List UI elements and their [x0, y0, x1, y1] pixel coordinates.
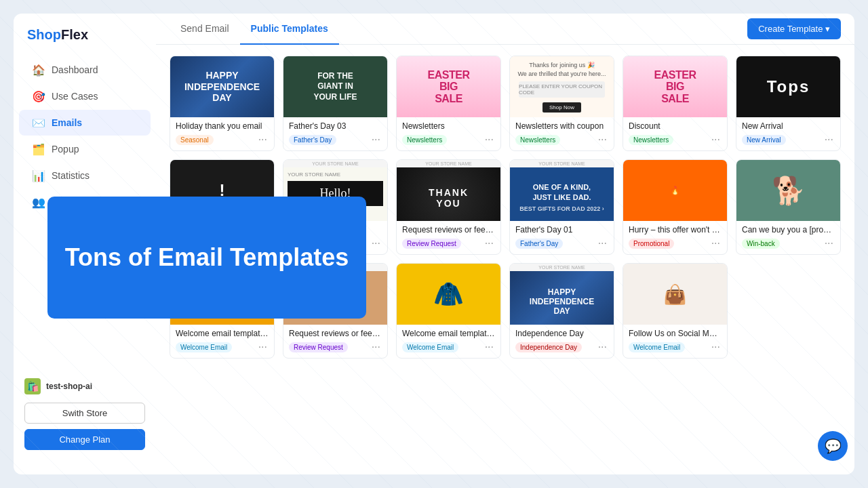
template-thumb: EASTERBIGSALE	[397, 56, 500, 117]
sidebar-item-popup[interactable]: 🗂️Popup	[19, 136, 151, 162]
sidebar-item-emails[interactable]: ✉️Emails	[19, 110, 151, 136]
avatar: 🛍️	[24, 378, 41, 394]
template-thumb: YOUR STORE NAME THANKYOU	[397, 160, 500, 221]
statistics-icon: 📊	[33, 169, 45, 182]
template-tag[interactable]: Welcome Email	[402, 342, 458, 352]
template-tag[interactable]: Independence Day	[515, 342, 582, 352]
more-options-button[interactable]: ···	[710, 342, 722, 352]
template-footer: Newsletters ···	[515, 134, 608, 145]
template-name: Follow Us on Social Media	[629, 329, 722, 338]
template-tag[interactable]: Review Request	[402, 239, 461, 249]
more-options-button[interactable]: ···	[484, 342, 495, 352]
template-footer: Father's Day ···	[289, 134, 382, 145]
template-info: Newsletters Newsletters ···	[397, 117, 500, 150]
template-card-9[interactable]: YOUR STORE NAME THANKYOU Request reviews…	[396, 159, 501, 255]
template-info: Request reviews or feedback1 Review Requ…	[397, 221, 500, 254]
template-card-5[interactable]: EASTERBIGSALE Discount Newsletters ···	[623, 56, 728, 151]
sidebar-item-label: Dashboard	[52, 64, 98, 75]
template-tag[interactable]: Welcome Email	[629, 342, 685, 352]
chat-widget[interactable]: 💬	[818, 431, 848, 461]
template-info: Hurry – this offer won't last f... Promo…	[623, 221, 727, 254]
template-info: Father's Day 03 Father's Day ···	[283, 117, 387, 150]
more-options-button[interactable]: ···	[710, 238, 722, 249]
template-name: Father's Day 01	[515, 225, 608, 235]
more-options-button[interactable]: ···	[823, 134, 835, 145]
template-tag[interactable]: Newsletters	[402, 135, 447, 145]
overlay-text: Tons of Email Templates	[65, 243, 349, 272]
template-thumb: YOUR STORE NAME HappyIndependenceDay	[510, 264, 614, 325]
sidebar-item-statistics[interactable]: 📊Statistics	[19, 163, 151, 188]
template-tag[interactable]: Welcome Email	[176, 342, 232, 352]
template-tag[interactable]: Review Request	[289, 342, 348, 352]
template-tag[interactable]: Newsletters	[515, 135, 560, 145]
emails-icon: ✉️	[33, 117, 45, 129]
more-options-button[interactable]: ···	[370, 134, 382, 145]
template-footer: Seasonal ···	[176, 134, 269, 145]
template-footer: Review Request ···	[289, 342, 382, 352]
template-card-15[interactable]: 🧥 Welcome email template 1 Welcome Email…	[396, 263, 501, 359]
user-name: test-shop-ai	[46, 382, 92, 391]
template-card-12[interactable]: 🐕 Can we buy you a [product y... Win-bac…	[736, 159, 841, 255]
tab-send-email[interactable]: Send Email	[170, 14, 240, 45]
template-thumb: 🧥	[397, 264, 500, 325]
logo: ShopFlex	[14, 27, 156, 56]
template-info: Independence Day Independence Day ···	[510, 325, 614, 358]
template-card-6[interactable]: Tops New Arrival New Arrival ···	[736, 56, 841, 151]
template-card-1[interactable]: HappyIndependenceDay Holiday thank you e…	[170, 56, 275, 151]
template-info: Follow Us on Social Media Welcome Email …	[623, 325, 727, 358]
more-options-button[interactable]: ···	[257, 134, 269, 145]
template-thumb: Tops	[736, 56, 840, 117]
more-options-button[interactable]: ···	[370, 342, 382, 352]
change-plan-button[interactable]: Change Plan	[24, 429, 145, 450]
sidebar-item-label: Statistics	[52, 170, 90, 181]
template-info: Welcome email template 1 Welcome Email ·…	[397, 325, 500, 358]
template-name: Newsletters	[402, 121, 495, 131]
sidebar-item-usecases[interactable]: 🎯Use Cases	[19, 83, 151, 109]
more-options-button[interactable]: ···	[257, 342, 269, 352]
tab-public-templates[interactable]: Public Templates	[240, 14, 339, 45]
template-card-17[interactable]: 👜 Follow Us on Social Media Welcome Emai…	[623, 263, 728, 359]
template-name: Holiday thank you email	[176, 121, 269, 131]
more-options-button[interactable]: ···	[710, 134, 722, 145]
template-tag[interactable]: Promotional	[629, 239, 674, 249]
template-card-16[interactable]: YOUR STORE NAME HappyIndependenceDay Ind…	[509, 263, 614, 359]
template-tag[interactable]: New Arrival	[742, 135, 786, 145]
logo-part1: Shop	[27, 27, 61, 42]
template-thumb: YOUR STORE NAME ONE OF A KIND,JUST LIKE …	[510, 160, 614, 221]
template-card-4[interactable]: Thanks for joining us 🎉We are thrilled t…	[509, 56, 614, 151]
template-tag[interactable]: Father's Day	[515, 239, 563, 249]
sidebar-item-label: Popup	[52, 144, 79, 155]
template-tag[interactable]: Father's Day	[289, 135, 336, 145]
template-footer: Welcome Email ···	[402, 342, 495, 352]
template-card-10[interactable]: YOUR STORE NAME ONE OF A KIND,JUST LIKE …	[509, 159, 614, 255]
template-footer: Win-back ···	[742, 238, 835, 249]
switch-store-button[interactable]: Swith Store	[24, 403, 145, 424]
template-info: Newsletters with coupon Newsletters ···	[510, 117, 614, 150]
template-card-11[interactable]: 🔥 Hurry – this offer won't last f... Pro…	[623, 159, 728, 255]
more-options-button[interactable]: ···	[370, 238, 382, 249]
logo-part2: Flex	[61, 27, 88, 42]
template-tag[interactable]: Win-back	[742, 239, 780, 249]
more-options-button[interactable]: ···	[484, 134, 495, 145]
more-options-button[interactable]: ···	[823, 238, 835, 249]
more-options-button[interactable]: ···	[597, 238, 608, 249]
more-options-button[interactable]: ···	[597, 342, 608, 352]
more-options-button[interactable]: ···	[484, 238, 495, 249]
template-card-3[interactable]: EASTERBIGSALE Newsletters Newsletters ··…	[396, 56, 501, 151]
template-name: Request reviews or feedback1	[402, 225, 495, 235]
template-tag[interactable]: Seasonal	[176, 135, 214, 145]
more-options-button[interactable]: ···	[597, 134, 608, 145]
tabs-bar: Send Email Public Templates Create Templ…	[156, 14, 854, 45]
template-card-2[interactable]: FOR THEGIANT INYOUR LIFE Father's Day 03…	[283, 56, 388, 151]
template-thumb: 👜	[623, 264, 727, 325]
template-footer: Newsletters ···	[629, 134, 722, 145]
template-thumb: HappyIndependenceDay	[170, 56, 274, 117]
template-thumb: Thanks for joining us 🎉We are thrilled t…	[510, 56, 614, 117]
template-info: New Arrival New Arrival ···	[736, 117, 840, 150]
template-name: Hurry – this offer won't last f...	[629, 225, 722, 235]
sidebar-item-label: Emails	[52, 117, 82, 128]
template-info: Request reviews or feedback Review Reque…	[283, 325, 387, 358]
create-template-button[interactable]: Create Template ▾	[747, 18, 841, 39]
sidebar-item-dashboard[interactable]: 🏠Dashboard	[19, 57, 151, 83]
template-tag[interactable]: Newsletters	[629, 135, 673, 145]
